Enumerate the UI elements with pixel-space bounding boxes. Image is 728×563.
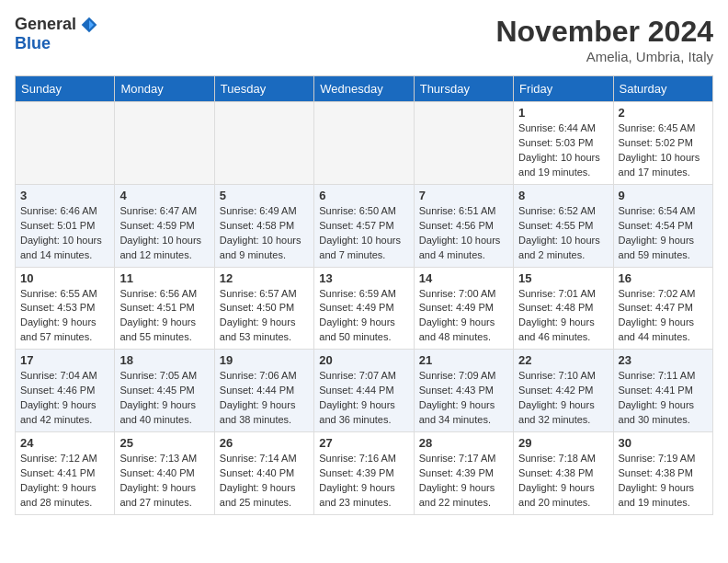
- calendar-header-row: SundayMondayTuesdayWednesdayThursdayFrid…: [16, 76, 713, 102]
- day-info: Sunrise: 6:52 AM Sunset: 4:55 PM Dayligh…: [518, 204, 608, 263]
- day-of-week-header: Saturday: [613, 76, 712, 102]
- day-info: Sunrise: 7:17 AM Sunset: 4:39 PM Dayligh…: [419, 452, 508, 511]
- day-number: 26: [220, 436, 309, 450]
- calendar-cell: 12Sunrise: 6:57 AM Sunset: 4:50 PM Dayli…: [214, 267, 313, 350]
- calendar-cell: 9Sunrise: 6:54 AM Sunset: 4:54 PM Daylig…: [613, 184, 712, 267]
- calendar-cell: 25Sunrise: 7:13 AM Sunset: 4:40 PM Dayli…: [115, 432, 214, 515]
- calendar-cell: [16, 102, 115, 185]
- day-number: 30: [619, 436, 708, 450]
- day-number: 7: [419, 189, 508, 202]
- logo-blue-text: Blue: [15, 34, 51, 52]
- calendar-cell: [115, 102, 214, 185]
- day-number: 20: [319, 353, 408, 367]
- day-number: 21: [419, 353, 508, 367]
- calendar-cell: 14Sunrise: 7:00 AM Sunset: 4:49 PM Dayli…: [414, 267, 513, 350]
- day-number: 14: [419, 271, 508, 285]
- calendar-cell: 1Sunrise: 6:44 AM Sunset: 5:03 PM Daylig…: [514, 102, 613, 185]
- day-info: Sunrise: 6:46 AM Sunset: 5:01 PM Dayligh…: [20, 204, 109, 263]
- day-info: Sunrise: 7:10 AM Sunset: 4:42 PM Dayligh…: [518, 369, 608, 428]
- calendar-cell: [314, 102, 414, 185]
- logo-icon: [80, 16, 98, 34]
- calendar-cell: 23Sunrise: 7:11 AM Sunset: 4:41 PM Dayli…: [613, 350, 712, 432]
- day-info: Sunrise: 6:57 AM Sunset: 4:50 PM Dayligh…: [220, 287, 309, 346]
- calendar-cell: 16Sunrise: 7:02 AM Sunset: 4:47 PM Dayli…: [613, 267, 712, 350]
- calendar-cell: [414, 102, 513, 185]
- day-info: Sunrise: 7:01 AM Sunset: 4:48 PM Dayligh…: [518, 287, 608, 346]
- day-of-week-header: Thursday: [414, 76, 513, 102]
- day-of-week-header: Friday: [514, 76, 613, 102]
- day-info: Sunrise: 6:44 AM Sunset: 5:03 PM Dayligh…: [518, 121, 608, 180]
- day-number: 28: [419, 436, 508, 450]
- day-info: Sunrise: 7:16 AM Sunset: 4:39 PM Dayligh…: [319, 452, 408, 511]
- calendar-cell: 3Sunrise: 6:46 AM Sunset: 5:01 PM Daylig…: [16, 184, 115, 267]
- calendar-week-row: 3Sunrise: 6:46 AM Sunset: 5:01 PM Daylig…: [16, 184, 713, 267]
- day-info: Sunrise: 7:00 AM Sunset: 4:49 PM Dayligh…: [419, 287, 508, 346]
- day-info: Sunrise: 6:59 AM Sunset: 4:49 PM Dayligh…: [319, 287, 408, 346]
- day-info: Sunrise: 7:09 AM Sunset: 4:43 PM Dayligh…: [419, 369, 508, 428]
- day-info: Sunrise: 7:06 AM Sunset: 4:44 PM Dayligh…: [220, 369, 309, 428]
- day-number: 11: [119, 271, 209, 285]
- day-number: 2: [619, 106, 708, 120]
- day-info: Sunrise: 6:56 AM Sunset: 4:51 PM Dayligh…: [119, 287, 209, 346]
- calendar-cell: 2Sunrise: 6:45 AM Sunset: 5:02 PM Daylig…: [613, 102, 712, 185]
- calendar-week-row: 10Sunrise: 6:55 AM Sunset: 4:53 PM Dayli…: [16, 267, 713, 350]
- calendar-cell: 28Sunrise: 7:17 AM Sunset: 4:39 PM Dayli…: [414, 432, 513, 515]
- day-info: Sunrise: 7:13 AM Sunset: 4:40 PM Dayligh…: [119, 452, 209, 511]
- calendar-cell: 26Sunrise: 7:14 AM Sunset: 4:40 PM Dayli…: [214, 432, 313, 515]
- calendar-cell: 5Sunrise: 6:49 AM Sunset: 4:58 PM Daylig…: [214, 184, 313, 267]
- calendar-week-row: 1Sunrise: 6:44 AM Sunset: 5:03 PM Daylig…: [16, 102, 713, 185]
- day-of-week-header: Sunday: [16, 76, 115, 102]
- day-info: Sunrise: 7:05 AM Sunset: 4:45 PM Dayligh…: [119, 369, 209, 428]
- logo: General Blue: [15, 15, 98, 53]
- day-number: 24: [20, 436, 109, 450]
- calendar-cell: 24Sunrise: 7:12 AM Sunset: 4:41 PM Dayli…: [16, 432, 115, 515]
- day-number: 18: [119, 353, 209, 367]
- day-number: 25: [119, 436, 209, 450]
- calendar-cell: 6Sunrise: 6:50 AM Sunset: 4:57 PM Daylig…: [314, 184, 414, 267]
- day-info: Sunrise: 6:45 AM Sunset: 5:02 PM Dayligh…: [619, 121, 708, 180]
- day-number: 22: [518, 353, 608, 367]
- day-number: 12: [220, 271, 309, 285]
- day-number: 6: [319, 189, 408, 202]
- calendar-cell: 30Sunrise: 7:19 AM Sunset: 4:38 PM Dayli…: [613, 432, 712, 515]
- day-info: Sunrise: 7:04 AM Sunset: 4:46 PM Dayligh…: [20, 369, 109, 428]
- calendar-cell: 18Sunrise: 7:05 AM Sunset: 4:45 PM Dayli…: [115, 350, 214, 432]
- day-of-week-header: Wednesday: [314, 76, 414, 102]
- calendar-cell: [214, 102, 313, 185]
- day-number: 3: [20, 189, 109, 202]
- day-info: Sunrise: 6:54 AM Sunset: 4:54 PM Dayligh…: [619, 204, 708, 263]
- day-number: 16: [619, 271, 708, 285]
- calendar-cell: 17Sunrise: 7:04 AM Sunset: 4:46 PM Dayli…: [16, 350, 115, 432]
- day-info: Sunrise: 7:07 AM Sunset: 4:44 PM Dayligh…: [319, 369, 408, 428]
- calendar-cell: 29Sunrise: 7:18 AM Sunset: 4:38 PM Dayli…: [514, 432, 613, 515]
- day-info: Sunrise: 6:47 AM Sunset: 4:59 PM Dayligh…: [119, 204, 209, 263]
- day-info: Sunrise: 6:55 AM Sunset: 4:53 PM Dayligh…: [20, 287, 109, 346]
- day-info: Sunrise: 6:51 AM Sunset: 4:56 PM Dayligh…: [419, 204, 508, 263]
- day-number: 17: [20, 353, 109, 367]
- day-info: Sunrise: 7:11 AM Sunset: 4:41 PM Dayligh…: [619, 369, 708, 428]
- day-of-week-header: Tuesday: [214, 76, 313, 102]
- calendar-cell: 7Sunrise: 6:51 AM Sunset: 4:56 PM Daylig…: [414, 184, 513, 267]
- day-number: 5: [220, 189, 309, 202]
- day-number: 9: [619, 189, 708, 202]
- calendar-cell: 22Sunrise: 7:10 AM Sunset: 4:42 PM Dayli…: [514, 350, 613, 432]
- day-info: Sunrise: 7:19 AM Sunset: 4:38 PM Dayligh…: [619, 452, 708, 511]
- calendar-cell: 10Sunrise: 6:55 AM Sunset: 4:53 PM Dayli…: [16, 267, 115, 350]
- day-number: 1: [518, 106, 608, 120]
- calendar-week-row: 17Sunrise: 7:04 AM Sunset: 4:46 PM Dayli…: [16, 350, 713, 432]
- day-info: Sunrise: 6:49 AM Sunset: 4:58 PM Dayligh…: [220, 204, 309, 263]
- title-section: November 2024 Amelia, Umbria, Italy: [495, 15, 713, 64]
- month-title: November 2024: [495, 15, 713, 49]
- day-info: Sunrise: 7:12 AM Sunset: 4:41 PM Dayligh…: [20, 452, 109, 511]
- day-info: Sunrise: 7:14 AM Sunset: 4:40 PM Dayligh…: [220, 452, 309, 511]
- page-header: General Blue November 2024 Amelia, Umbri…: [15, 15, 713, 64]
- calendar-cell: 27Sunrise: 7:16 AM Sunset: 4:39 PM Dayli…: [314, 432, 414, 515]
- day-info: Sunrise: 6:50 AM Sunset: 4:57 PM Dayligh…: [319, 204, 408, 263]
- day-number: 4: [119, 189, 209, 202]
- day-number: 15: [518, 271, 608, 285]
- calendar-cell: 4Sunrise: 6:47 AM Sunset: 4:59 PM Daylig…: [115, 184, 214, 267]
- location-text: Amelia, Umbria, Italy: [495, 49, 713, 64]
- calendar-table: SundayMondayTuesdayWednesdayThursdayFrid…: [15, 75, 713, 515]
- calendar-cell: 15Sunrise: 7:01 AM Sunset: 4:48 PM Dayli…: [514, 267, 613, 350]
- day-info: Sunrise: 7:18 AM Sunset: 4:38 PM Dayligh…: [518, 452, 608, 511]
